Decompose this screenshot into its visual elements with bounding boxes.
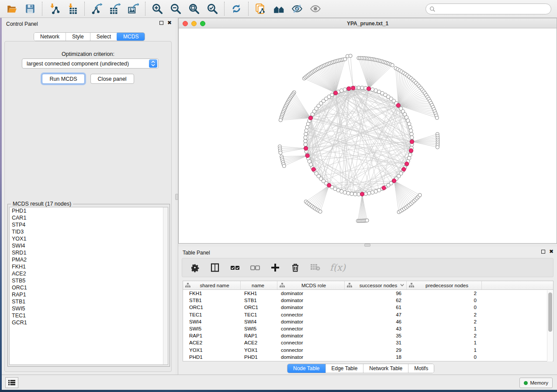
- open-file-icon[interactable]: [5, 2, 18, 15]
- tab-style[interactable]: Style: [66, 33, 90, 41]
- export-table-icon[interactable]: [108, 2, 121, 15]
- table-row[interactable]: SWI4SWI4dominator462: [183, 318, 553, 325]
- cell[interactable]: TEC1: [183, 312, 241, 317]
- save-session-icon[interactable]: [24, 2, 37, 15]
- scrollbar-thumb[interactable]: [548, 292, 552, 332]
- import-table-icon[interactable]: [66, 2, 79, 15]
- table-row[interactable]: RAP1RAP1dominator352: [183, 332, 553, 339]
- cell[interactable]: dominator: [277, 333, 345, 338]
- list-item[interactable]: YOX1: [10, 235, 168, 242]
- cell[interactable]: 47: [345, 312, 407, 317]
- tab-node-table[interactable]: Node Table: [287, 364, 325, 373]
- cell[interactable]: 46: [345, 319, 407, 324]
- cell[interactable]: TEC1: [241, 312, 277, 317]
- close-panel-button[interactable]: Close panel: [90, 74, 134, 84]
- hide-selected-icon[interactable]: [291, 2, 304, 15]
- network-canvas[interactable]: [178, 28, 557, 244]
- apply-layout-refresh-icon[interactable]: [230, 2, 243, 15]
- memory-button[interactable]: Memory: [519, 378, 553, 388]
- network-graph[interactable]: [179, 28, 557, 243]
- cell[interactable]: SWI5: [241, 326, 277, 331]
- export-network-icon[interactable]: [90, 2, 103, 15]
- cell[interactable]: ACE2: [241, 340, 277, 345]
- tab-network-table[interactable]: Network Table: [363, 364, 408, 373]
- column-header-MCDS-role[interactable]: MCDS role: [277, 281, 345, 289]
- cell[interactable]: RAP1: [183, 333, 241, 338]
- table-row[interactable]: ACE2ACE2connector311: [183, 339, 553, 346]
- trash-icon[interactable]: [290, 262, 301, 273]
- network-window-titlebar[interactable]: YPA_prune.txt_1: [178, 18, 557, 28]
- vertical-splitter[interactable]: [175, 18, 178, 375]
- tab-motifs[interactable]: Motifs: [408, 364, 434, 373]
- show-all-icon[interactable]: [309, 2, 322, 15]
- cell[interactable]: 62: [345, 298, 407, 303]
- plus-icon[interactable]: [270, 262, 281, 273]
- cell[interactable]: SWI5: [183, 326, 241, 331]
- cell[interactable]: 1: [407, 326, 482, 331]
- cell[interactable]: connector: [277, 312, 345, 317]
- cell[interactable]: FKH1: [241, 291, 277, 296]
- mcds-result-list[interactable]: PHD1CAR1STP4TID3YOX1SWI4SRD1PMA2FKH1ACE2…: [9, 207, 168, 365]
- columns-icon[interactable]: [209, 262, 221, 273]
- run-mcds-button[interactable]: Run MCDS: [42, 74, 84, 84]
- first-neighbors-icon[interactable]: [272, 2, 285, 15]
- cell[interactable]: STB1: [241, 298, 277, 303]
- minimize-window-icon[interactable]: [191, 21, 197, 26]
- cell[interactable]: 0: [407, 354, 482, 360]
- cell[interactable]: connector: [277, 340, 345, 345]
- column-header-shared-name[interactable]: shared name: [183, 281, 241, 289]
- splitter-grip[interactable]: [175, 194, 178, 200]
- cell[interactable]: 43: [345, 326, 407, 331]
- export-image-icon[interactable]: [127, 2, 140, 15]
- zoom-in-icon[interactable]: [151, 2, 164, 15]
- tab-edge-table[interactable]: Edge Table: [325, 364, 363, 373]
- zoom-out-icon[interactable]: [169, 2, 182, 15]
- cell[interactable]: RAP1: [241, 333, 277, 338]
- list-item[interactable]: TEC1: [10, 312, 168, 319]
- close-panel-icon[interactable]: ✖: [167, 21, 172, 25]
- cell[interactable]: 31: [345, 340, 407, 345]
- cell[interactable]: 1: [407, 340, 482, 345]
- list-item[interactable]: CAR1: [10, 214, 168, 221]
- cell[interactable]: ACE2: [183, 340, 241, 345]
- optimization-criterion-select[interactable]: largest connected component (undirected): [22, 58, 159, 69]
- cell[interactable]: 61: [345, 305, 407, 310]
- cell[interactable]: dominator: [277, 354, 345, 360]
- zoom-fit-icon[interactable]: [187, 2, 201, 15]
- cell[interactable]: FKH1: [183, 291, 241, 296]
- float-panel-icon[interactable]: [159, 21, 163, 25]
- cell[interactable]: 2: [407, 291, 482, 296]
- list-item[interactable]: PMA2: [10, 256, 168, 263]
- list-item[interactable]: GCR1: [10, 319, 168, 326]
- cell[interactable]: 29: [345, 347, 407, 353]
- deselect-all-icon[interactable]: [249, 262, 261, 273]
- tab-mcds[interactable]: MCDS: [117, 32, 145, 41]
- list-item[interactable]: TID3: [10, 228, 168, 235]
- cell[interactable]: dominator: [277, 291, 345, 296]
- column-header-successor-nodes[interactable]: successor nodes: [345, 281, 407, 289]
- table-row[interactable]: PHD1PHD1dominator180: [183, 354, 553, 361]
- cell[interactable]: 96: [345, 291, 407, 296]
- cell[interactable]: YOX1: [241, 347, 277, 353]
- cell[interactable]: ORC1: [241, 305, 277, 310]
- cell[interactable]: dominator: [277, 319, 345, 324]
- maximize-window-icon[interactable]: [200, 21, 205, 26]
- list-item[interactable]: PHD1: [10, 207, 168, 214]
- cell[interactable]: dominator: [277, 298, 345, 303]
- close-panel-icon[interactable]: ✖: [549, 250, 554, 254]
- list-item[interactable]: SWI5: [10, 305, 168, 312]
- table-row[interactable]: ORC1ORC1dominator610: [183, 304, 553, 311]
- cell[interactable]: connector: [277, 347, 345, 353]
- list-scrollbar[interactable]: [163, 207, 168, 364]
- table-row[interactable]: YOX1YOX1connector291: [183, 347, 553, 354]
- cell[interactable]: 18: [345, 354, 407, 360]
- float-panel-icon[interactable]: [541, 250, 545, 254]
- column-header-predecessor-nodes[interactable]: predecessor nodes: [407, 281, 482, 289]
- list-item[interactable]: RAP1: [10, 291, 168, 298]
- cell[interactable]: 0: [407, 298, 482, 303]
- cell[interactable]: SWI4: [241, 319, 277, 324]
- cell[interactable]: SWI4: [183, 319, 241, 324]
- list-item[interactable]: SRD1: [10, 249, 168, 256]
- cell[interactable]: PHD1: [241, 354, 277, 360]
- cell[interactable]: YOX1: [183, 347, 241, 353]
